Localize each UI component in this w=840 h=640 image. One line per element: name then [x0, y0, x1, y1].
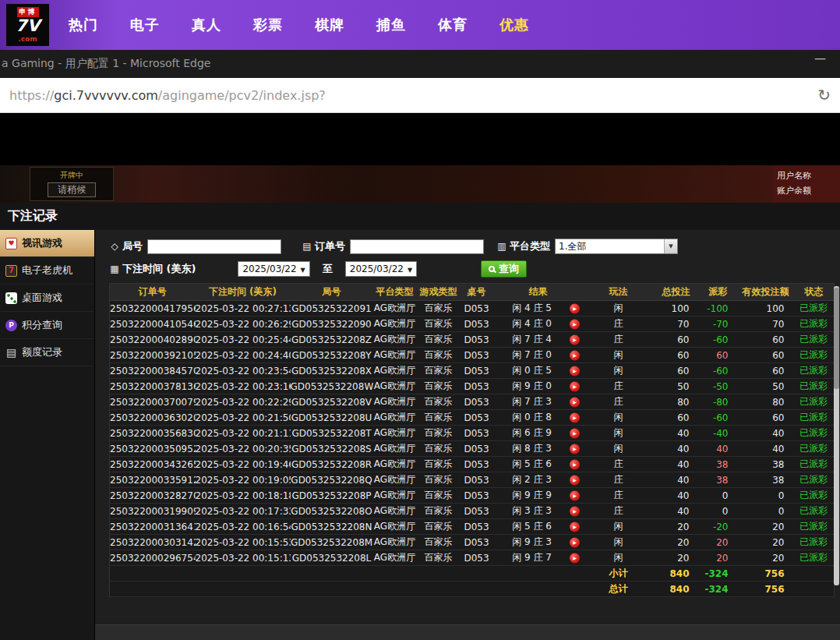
- round-input[interactable]: [147, 239, 281, 254]
- cell-order_no: 250322000296754: [110, 550, 196, 566]
- result-text: 闲 8 庄 3: [512, 443, 552, 454]
- total-value: 840: [654, 566, 699, 582]
- cell-total_bet: 20: [654, 519, 699, 535]
- search-icon: [489, 266, 495, 272]
- scrollbar-thumb[interactable]: [834, 288, 839, 389]
- replay-button[interactable]: [570, 319, 580, 329]
- cell-round: GD0532532208N: [291, 519, 373, 535]
- result-text: 闲 5 庄 6: [512, 458, 552, 469]
- replay-button[interactable]: [570, 522, 580, 532]
- filter-row-2: 下注时间 (美东) 2025/03/22 至 2025/03/22 查询: [109, 260, 840, 278]
- platform-select[interactable]: 1.全部: [555, 239, 678, 254]
- nav-item-electronic[interactable]: 电子: [130, 16, 160, 34]
- cell-status: 已派彩: [794, 363, 835, 379]
- cell-order_no: 250322000313641: [110, 519, 196, 535]
- replay-button[interactable]: [570, 397, 580, 407]
- sidebar-item-points[interactable]: 积分查询: [0, 312, 94, 339]
- cell-order_no: 250322000343265: [110, 457, 196, 472]
- cell-status: 已派彩: [794, 550, 835, 566]
- cell-play: 庄: [584, 379, 654, 394]
- search-button[interactable]: 查询: [481, 260, 527, 278]
- nav-item-fishing[interactable]: 捕鱼: [376, 16, 406, 34]
- nav-item-lottery[interactable]: 彩票: [253, 16, 283, 34]
- url-host: gci.7vvvvvv.com: [54, 88, 158, 103]
- spacer-cell: [110, 582, 584, 597]
- replay-button[interactable]: [570, 506, 580, 516]
- replay-button[interactable]: [570, 459, 580, 469]
- nav-item-chess[interactable]: 棋牌: [315, 16, 344, 34]
- cell-play: 闲: [584, 519, 654, 535]
- refresh-icon[interactable]: ↻: [817, 87, 831, 103]
- replay-button[interactable]: [570, 444, 580, 454]
- result-text: 闲 6 庄 9: [512, 427, 552, 438]
- nav-item-hot[interactable]: 热门: [69, 16, 98, 34]
- cell-result: 闲 0 庄 8: [493, 410, 584, 426]
- result-text: 闲 9 庄 7: [512, 552, 552, 563]
- replay-button[interactable]: [570, 412, 580, 423]
- cell-platform: AG欧洲厅: [373, 394, 417, 410]
- column-header: 订单号: [110, 284, 196, 301]
- cell-result: 闲 4 庄 0: [493, 316, 584, 332]
- cell-status: 已派彩: [794, 410, 835, 426]
- replay-button[interactable]: [570, 350, 580, 360]
- replay-button[interactable]: [570, 490, 580, 500]
- round-label: 局号: [122, 239, 143, 253]
- nav-item-sports[interactable]: 体育: [438, 16, 468, 34]
- cell-order_no: 250322000410546: [110, 316, 196, 332]
- replay-button[interactable]: [570, 381, 580, 391]
- sidebar-item-slots[interactable]: 电子老虎机: [0, 257, 94, 285]
- total-label: 总计: [584, 582, 654, 597]
- chevron-down-icon: [664, 239, 677, 253]
- replay-button[interactable]: [570, 334, 580, 345]
- replay-button[interactable]: [570, 366, 580, 376]
- result-text: 闲 3 庄 3: [512, 505, 552, 516]
- dealing-status: 开牌中: [60, 170, 83, 181]
- cell-table_no: D053: [461, 348, 493, 363]
- cell-play: 庄: [584, 457, 654, 472]
- cell-payout: -60: [699, 332, 738, 348]
- cell-order_no: 250322000319909: [110, 504, 196, 519]
- column-header: 游戏类型: [417, 284, 461, 301]
- sidebar-item-video-games[interactable]: 视讯游戏: [0, 230, 94, 257]
- total-value: 756: [738, 566, 794, 582]
- cell-time: 2025-03-22 00:19:05: [196, 472, 291, 488]
- replay-button[interactable]: [570, 475, 580, 485]
- grand-total-row: 总计840-324756: [110, 582, 835, 597]
- cell-status: 已派彩: [794, 472, 835, 488]
- site-logo[interactable]: 申博 7V .com: [6, 4, 49, 46]
- date-to-select[interactable]: 2025/03/22: [345, 261, 417, 277]
- cell-play: 庄: [584, 472, 654, 488]
- cell-valid_bet: 20: [738, 519, 794, 535]
- cell-platform: AG欧洲厅: [373, 410, 417, 426]
- replay-button[interactable]: [570, 303, 580, 313]
- order-input[interactable]: [350, 239, 484, 254]
- cell-play: 庄: [584, 332, 654, 348]
- minimize-button[interactable]: —: [814, 51, 826, 65]
- cell-total_bet: 60: [654, 332, 699, 348]
- replay-button[interactable]: [570, 553, 580, 563]
- url-scheme: https://: [9, 88, 54, 103]
- sidebar-item-quota-records[interactable]: 额度记录: [0, 339, 94, 366]
- column-header: 桌号: [461, 284, 493, 301]
- cell-status: 已派彩: [794, 457, 835, 472]
- result-text: 闲 0 庄 8: [512, 412, 552, 423]
- bet-row: 2503220003509522025-03-22 00:20:35GD0532…: [110, 441, 835, 457]
- url-field[interactable]: https://gci.7vvvvvv.com/agingame/pcv2/in…: [9, 88, 811, 103]
- cell-order_no: 250322000328270: [110, 488, 196, 504]
- table-scrollbar[interactable]: [834, 286, 839, 585]
- cell-order_no: 250322000356830: [110, 426, 196, 441]
- date-from-select[interactable]: 2025/03/22: [238, 261, 309, 277]
- replay-button[interactable]: [570, 428, 580, 438]
- browser-title-bar: a Gaming - 用户配置 1 - Microsoft Edge —: [0, 50, 840, 78]
- nav-item-promo[interactable]: 优惠: [499, 16, 529, 34]
- replay-button[interactable]: [570, 537, 580, 547]
- sidebar-item-table-games[interactable]: 桌面游戏: [0, 285, 94, 312]
- cell-platform: AG欧洲厅: [373, 472, 417, 488]
- nav-item-live[interactable]: 真人: [192, 16, 221, 34]
- cell-valid_bet: 60: [738, 332, 794, 348]
- cell-payout: 20: [699, 535, 738, 550]
- account-panel: 用户名称 账户余额: [773, 165, 840, 203]
- cell-game: 百家乐: [417, 332, 461, 348]
- round-icon: [109, 241, 120, 252]
- cell-status: 已派彩: [794, 301, 835, 316]
